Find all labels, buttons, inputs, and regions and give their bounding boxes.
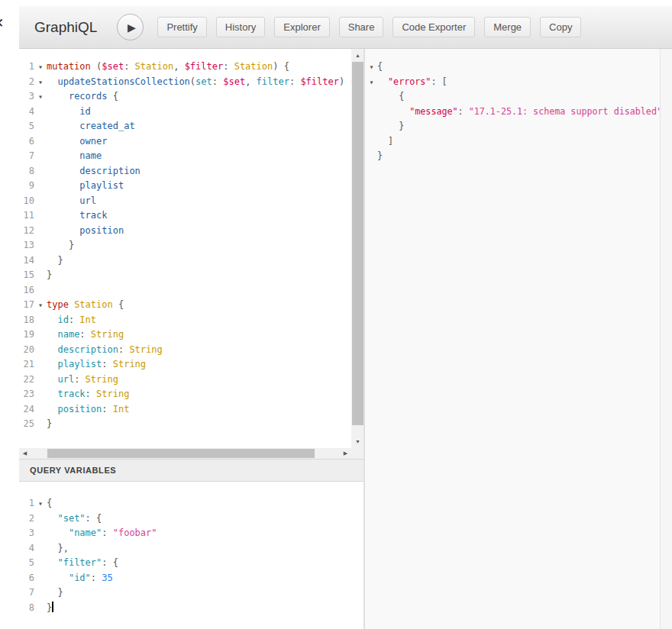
code-line[interactable]: 8} bbox=[19, 601, 364, 616]
fold-spacer bbox=[366, 105, 377, 120]
query-variables-header[interactable]: QUERY VARIABLES bbox=[19, 459, 364, 482]
fold-arrow-icon[interactable]: ▾ bbox=[34, 496, 47, 511]
fold-arrow-icon[interactable]: ▾ bbox=[34, 89, 47, 105]
code-line[interactable]: 7 name bbox=[19, 149, 351, 164]
code-line[interactable]: 1▾{ bbox=[19, 496, 364, 511]
code-line: } bbox=[366, 119, 660, 134]
execute-button[interactable]: ▶ bbox=[117, 14, 144, 40]
query-editor[interactable]: 1▾mutation ($set: Station, $filter: Stat… bbox=[19, 49, 364, 459]
result-code-area: ▾{▾ "errors": [ { "message": "17.1-25.1:… bbox=[365, 49, 660, 629]
code-line[interactable]: 2 "set": { bbox=[19, 511, 364, 527]
code-line[interactable]: 16 bbox=[19, 283, 351, 298]
vertical-scrollbar-thumb[interactable] bbox=[352, 62, 363, 425]
line-number: 1 bbox=[19, 496, 34, 511]
horizontal-scrollbar-thumb[interactable] bbox=[47, 449, 315, 458]
code-line[interactable]: 5 "filter": { bbox=[19, 556, 364, 571]
code-line: "message": "17.1-25.1: schema support di… bbox=[366, 105, 660, 120]
code-line[interactable]: 15} bbox=[19, 268, 351, 283]
code-text: owner bbox=[47, 134, 107, 150]
code-line[interactable]: 17▾type Station { bbox=[19, 298, 351, 313]
code-line[interactable]: 8 description bbox=[19, 164, 351, 179]
code-text: track bbox=[47, 208, 107, 224]
line-number: 4 bbox=[19, 105, 34, 120]
code-text: { bbox=[377, 60, 383, 75]
close-icon[interactable]: ✕ bbox=[0, 15, 4, 31]
code-line[interactable]: 25} bbox=[19, 417, 351, 432]
fold-arrow-icon[interactable]: ▾ bbox=[366, 60, 377, 75]
scroll-right-icon[interactable]: ▶ bbox=[340, 448, 351, 459]
fold-spacer bbox=[34, 601, 47, 616]
variables-editor[interactable]: 1▾{2 "set": {3 "name": "foobar"4 },5 "fi… bbox=[19, 482, 364, 629]
line-number: 3 bbox=[19, 526, 34, 541]
toolbar-button-share[interactable]: Share bbox=[339, 17, 384, 37]
vertical-scrollbar[interactable]: ▲ ▼ bbox=[351, 49, 364, 448]
line-number: 22 bbox=[19, 373, 34, 388]
code-line[interactable]: 3▾ records { bbox=[19, 89, 351, 105]
scroll-up-icon[interactable]: ▲ bbox=[351, 49, 364, 62]
code-line[interactable]: 12 position bbox=[19, 224, 351, 239]
line-number: 11 bbox=[19, 208, 34, 224]
code-line[interactable]: 11 track bbox=[19, 208, 351, 224]
code-line[interactable]: 2▾ updateStationsCollection(set: $set, f… bbox=[19, 75, 351, 90]
code-line[interactable]: 23 track: String bbox=[19, 387, 351, 402]
line-number: 9 bbox=[19, 179, 34, 194]
code-line[interactable]: 5 created_at bbox=[19, 119, 351, 134]
code-line[interactable]: 20 description: String bbox=[19, 343, 351, 358]
scrollbar-corner bbox=[351, 448, 364, 459]
scroll-left-icon[interactable]: ◀ bbox=[19, 448, 31, 459]
code-line[interactable]: 1▾mutation ($set: Station, $filter: Stat… bbox=[19, 60, 351, 75]
code-line[interactable]: 9 playlist bbox=[19, 179, 351, 194]
scroll-down-icon[interactable]: ▼ bbox=[351, 435, 364, 448]
code-line[interactable]: 7 } bbox=[19, 585, 364, 601]
code-line[interactable]: 22 url: String bbox=[19, 373, 351, 388]
toolbar-button-copy[interactable]: Copy bbox=[540, 17, 581, 37]
text-cursor bbox=[52, 602, 53, 612]
line-number: 5 bbox=[19, 119, 34, 134]
code-line[interactable]: 21 playlist: String bbox=[19, 357, 351, 373]
code-line[interactable]: 4 id bbox=[19, 105, 351, 120]
toolbar-button-prettify[interactable]: Prettify bbox=[157, 17, 206, 37]
toolbar-button-history[interactable]: History bbox=[216, 17, 265, 37]
code-line[interactable]: 6 "id": 35 bbox=[19, 571, 364, 586]
code-text: "name": "foobar" bbox=[47, 526, 157, 541]
fold-arrow-icon[interactable]: ▾ bbox=[34, 298, 47, 313]
fold-spacer bbox=[34, 526, 47, 541]
code-text: "message": "17.1-25.1: schema support di… bbox=[377, 105, 660, 120]
fold-spacer bbox=[34, 105, 47, 120]
query-code-area: 1▾mutation ($set: Station, $filter: Stat… bbox=[19, 49, 351, 448]
code-line[interactable]: 19 name: String bbox=[19, 327, 351, 343]
code-text: mutation ($set: Station, $filter: Statio… bbox=[47, 60, 289, 75]
code-line[interactable]: 3 "name": "foobar" bbox=[19, 526, 364, 541]
fold-spacer bbox=[34, 327, 47, 343]
code-text: url: String bbox=[47, 373, 118, 388]
fold-arrow-icon[interactable]: ▾ bbox=[366, 75, 377, 90]
code-text: "id": 35 bbox=[47, 571, 113, 586]
code-line[interactable]: 6 owner bbox=[19, 134, 351, 150]
code-line: } bbox=[366, 149, 660, 164]
fold-arrow-icon[interactable]: ▾ bbox=[34, 60, 47, 75]
code-line[interactable]: 24 position: Int bbox=[19, 402, 351, 418]
toolbar-button-explorer[interactable]: Explorer bbox=[274, 17, 329, 37]
code-line[interactable]: 4 }, bbox=[19, 541, 364, 556]
fold-spacer bbox=[34, 313, 47, 328]
result-scrollbar[interactable] bbox=[660, 49, 672, 629]
code-line: ▾ "errors": [ bbox=[366, 75, 660, 90]
fold-spacer bbox=[34, 387, 47, 402]
code-text: position: Int bbox=[47, 402, 129, 418]
code-line[interactable]: 14 } bbox=[19, 253, 351, 269]
fold-spacer bbox=[34, 556, 47, 571]
horizontal-scrollbar[interactable]: ◀ ▶ bbox=[19, 448, 351, 459]
fold-spacer bbox=[34, 402, 47, 418]
toolbar-button-merge[interactable]: Merge bbox=[484, 17, 531, 37]
fold-arrow-icon[interactable]: ▾ bbox=[34, 75, 47, 90]
line-number: 17 bbox=[19, 298, 34, 313]
code-line[interactable]: 10 url bbox=[19, 194, 351, 209]
fold-spacer bbox=[34, 164, 47, 179]
fold-spacer bbox=[34, 373, 47, 388]
toolbar-button-code-exporter[interactable]: Code Exporter bbox=[393, 17, 475, 37]
code-line: ▾{ bbox=[366, 60, 660, 75]
code-text: "errors": [ bbox=[377, 75, 447, 90]
code-line[interactable]: 18 id: Int bbox=[19, 313, 351, 328]
code-line[interactable]: 13 } bbox=[19, 238, 351, 253]
line-number: 13 bbox=[19, 238, 34, 253]
